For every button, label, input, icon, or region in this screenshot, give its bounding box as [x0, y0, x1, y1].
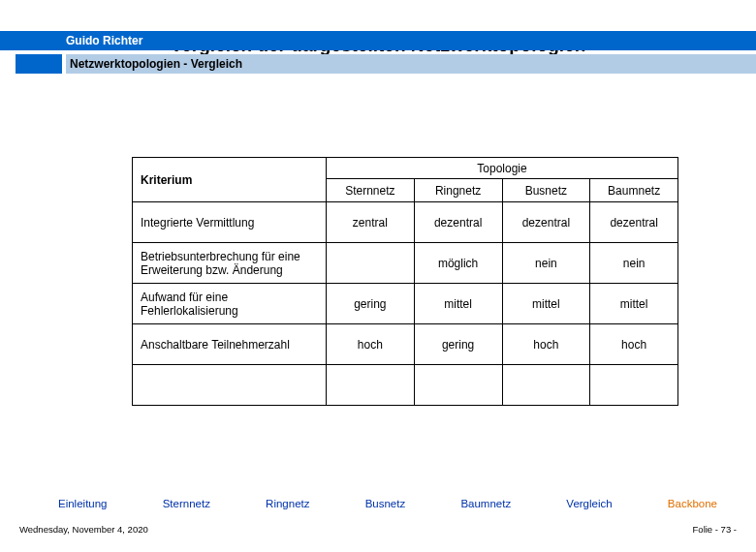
table-row-empty — [133, 365, 678, 406]
cell — [502, 365, 590, 406]
table-row: Anschaltbare Teilnehmerzahl hoch gering … — [133, 324, 678, 365]
cell: mittel — [590, 284, 678, 324]
cell — [327, 243, 415, 284]
cell — [414, 365, 502, 406]
nav-einleitung[interactable]: Einleitung — [58, 498, 108, 509]
cell: dezentral — [414, 202, 502, 243]
nav-ringnetz[interactable]: Ringnetz — [266, 498, 309, 509]
nav-sternnetz[interactable]: Sternnetz — [163, 498, 210, 509]
cell: möglich — [414, 243, 502, 284]
breadcrumb-row: Netzwerktopologien - Vergleich — [0, 54, 756, 74]
col-baumnetz: Baumnetz — [590, 179, 678, 202]
footer-page-suffix: - — [731, 524, 737, 535]
cell — [327, 365, 415, 406]
cell: dezentral — [590, 202, 678, 243]
col-ringnetz: Ringnetz — [414, 179, 502, 202]
table-row: Betriebsunterbrechung für eine Erweiteru… — [133, 243, 678, 284]
cell: hoch — [502, 324, 590, 365]
col-busnetz: Busnetz — [502, 179, 590, 202]
nav-backbone[interactable]: Backbone — [668, 498, 717, 509]
footer-page: Folie - 73 - — [693, 524, 737, 535]
row-label: Integrierte Vermittlung — [133, 202, 327, 243]
table-row: Aufwand für eine Fehlerlokalisierung ger… — [133, 284, 678, 324]
table-row: Integrierte Vermittlung zentral dezentra… — [133, 202, 678, 243]
cell — [133, 365, 327, 406]
row-label: Betriebsunterbrechung für eine Erweiteru… — [133, 243, 327, 284]
col-sternnetz: Sternnetz — [327, 179, 415, 202]
cell: hoch — [590, 324, 678, 365]
cell: nein — [590, 243, 678, 284]
cell: dezentral — [502, 202, 590, 243]
nav-vergleich[interactable]: Vergleich — [566, 498, 612, 509]
row-label: Aufwand für eine Fehlerlokalisierung — [133, 284, 327, 324]
cell — [590, 365, 678, 406]
cell: gering — [327, 284, 415, 324]
breadcrumb-square-icon — [16, 54, 62, 74]
cell: nein — [502, 243, 590, 284]
slide-header: Guido Richter Netzwerktopologien - Vergl… — [0, 31, 756, 74]
breadcrumb-text: Netzwerktopologien - Vergleich — [70, 57, 242, 71]
nav-baumnetz[interactable]: Baumnetz — [460, 498, 511, 509]
breadcrumb: Netzwerktopologien - Vergleich — [66, 54, 756, 74]
comparison-table-wrap: Kriterium Topologie Sternnetz Ringnetz B… — [132, 157, 678, 406]
footer-page-prefix: Folie - — [693, 524, 721, 535]
header-topologie: Topologie — [327, 158, 678, 179]
slide-nav: Einleitung Sternnetz Ringnetz Busnetz Ba… — [58, 498, 717, 509]
cell: zentral — [327, 202, 415, 243]
cell: gering — [414, 324, 502, 365]
author-bar: Guido Richter — [0, 31, 756, 50]
table-header-row-1: Kriterium Topologie — [133, 158, 678, 179]
footer-page-num: 73 — [721, 524, 732, 535]
cell: mittel — [414, 284, 502, 324]
footer-date: Wednesday, November 4, 2020 — [19, 524, 148, 535]
row-label: Anschaltbare Teilnehmerzahl — [133, 324, 327, 365]
cell: hoch — [327, 324, 415, 365]
author-name: Guido Richter — [66, 34, 142, 47]
header-kriterium: Kriterium — [133, 158, 327, 202]
cell: mittel — [502, 284, 590, 324]
comparison-table: Kriterium Topologie Sternnetz Ringnetz B… — [132, 157, 678, 406]
nav-busnetz[interactable]: Busnetz — [365, 498, 406, 509]
